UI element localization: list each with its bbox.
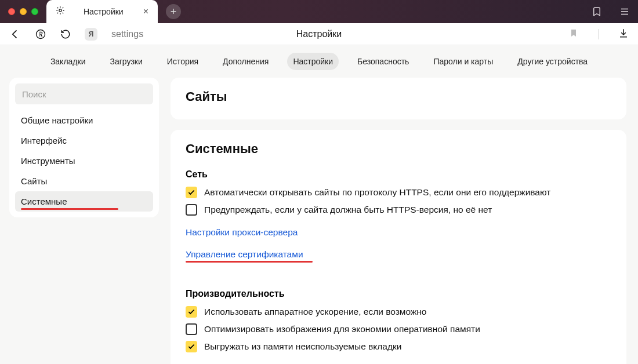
top-nav-item[interactable]: Настройки	[287, 53, 339, 70]
network-option: Предупреждать, если у сайта должна быть …	[186, 204, 611, 216]
sidebar-item[interactable]: Инструменты	[15, 151, 153, 171]
network-heading: Сеть	[186, 169, 611, 180]
bookmark-icon[interactable]	[569, 28, 578, 40]
sidebar-item[interactable]: Общие настройки	[15, 110, 153, 130]
checkbox[interactable]	[186, 204, 197, 216]
sidebar-item[interactable]: Сайты	[15, 171, 153, 191]
top-nav-item[interactable]: История	[161, 53, 204, 70]
sites-card: Сайты	[171, 78, 626, 119]
checkbox[interactable]	[186, 306, 197, 318]
checkbox[interactable]	[186, 187, 197, 198]
minimize-window-button[interactable]	[20, 8, 27, 15]
sidebar-search-input[interactable]: Поиск	[15, 83, 153, 104]
close-window-button[interactable]	[8, 8, 15, 15]
system-card: Системные Сеть Автоматически открывать с…	[171, 130, 626, 364]
gear-icon	[56, 6, 65, 17]
system-card-title: Системные	[186, 141, 611, 156]
menu-icon[interactable]	[619, 6, 630, 17]
collections-icon[interactable]	[592, 6, 602, 17]
checkbox[interactable]	[186, 323, 197, 335]
site-identity-icon[interactable]: Я	[85, 28, 97, 41]
window-controls	[0, 8, 38, 15]
sidebar-item[interactable]: Интерфейс	[15, 130, 153, 151]
top-nav-item[interactable]: Дополнения	[217, 53, 274, 70]
manage-certificates-link[interactable]: Управление сертификатами	[186, 249, 303, 260]
performance-option: Выгружать из памяти неиспользуемые вклад…	[186, 341, 611, 352]
address-bar: Я settings Настройки	[0, 23, 638, 45]
back-button[interactable]	[9, 28, 21, 40]
option-label: Выгружать из памяти неиспользуемые вклад…	[204, 341, 401, 352]
downloads-icon[interactable]	[618, 28, 629, 41]
search-placeholder: Поиск	[22, 89, 46, 99]
sites-card-title: Сайты	[186, 89, 611, 104]
separator	[598, 29, 599, 39]
top-nav-item[interactable]: Пароли и карты	[427, 53, 499, 70]
close-tab-button[interactable]: ×	[142, 6, 150, 17]
option-label: Предупреждать, если у сайта должна быть …	[204, 205, 492, 215]
browser-tab[interactable]: Настройки ×	[46, 0, 158, 23]
settings-sidebar: Поиск Общие настройкиИнтерфейсИнструмент…	[9, 78, 159, 217]
page-title: Настройки	[296, 29, 342, 39]
reload-button[interactable]	[60, 29, 71, 39]
top-nav-item[interactable]: Закладки	[45, 53, 92, 70]
performance-option: Оптимизировать изображения для экономии …	[186, 323, 611, 335]
tab-title: Настройки	[84, 7, 124, 16]
settings-top-nav: ЗакладкиЗагрузкиИсторияДополненияНастрой…	[0, 45, 638, 78]
sidebar-item[interactable]: Системные	[15, 191, 153, 212]
top-nav-item[interactable]: Загрузки	[104, 53, 148, 70]
proxy-settings-link[interactable]: Настройки прокси-сервера	[186, 227, 298, 238]
address-url[interactable]: settings	[111, 29, 143, 39]
maximize-window-button[interactable]	[31, 8, 38, 15]
yandex-logo-icon[interactable]	[35, 28, 46, 40]
network-option: Автоматически открывать сайты по протоко…	[186, 187, 611, 198]
option-label: Оптимизировать изображения для экономии …	[204, 324, 480, 334]
checkbox[interactable]	[186, 341, 197, 352]
performance-option: Использовать аппаратное ускорение, если …	[186, 306, 611, 318]
top-nav-item[interactable]: Безопасность	[351, 53, 415, 70]
top-nav-item[interactable]: Другие устройства	[512, 53, 593, 70]
new-tab-button[interactable]: +	[166, 4, 181, 19]
performance-heading: Производительность	[186, 289, 611, 299]
option-label: Использовать аппаратное ускорение, если …	[204, 307, 426, 317]
option-label: Автоматически открывать сайты по протоко…	[204, 187, 550, 198]
window-titlebar: Настройки × +	[0, 0, 638, 23]
svg-point-0	[59, 9, 61, 12]
